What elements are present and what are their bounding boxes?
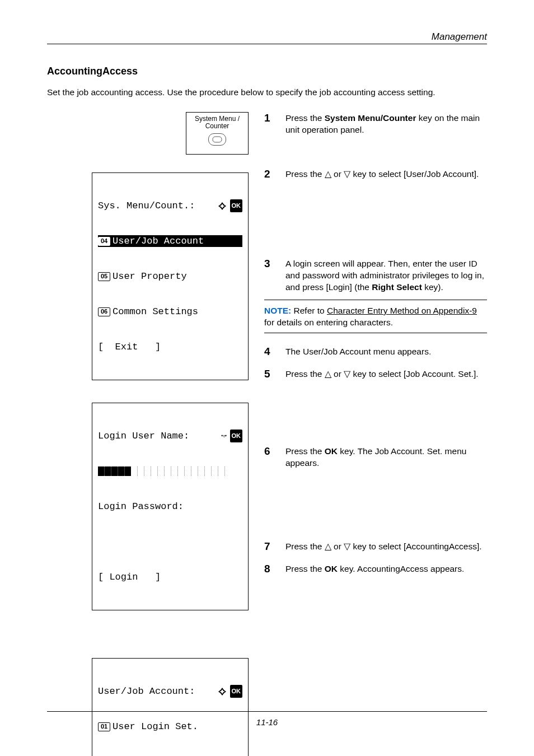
menu-num: 06 (98, 307, 110, 316)
step-6: 6 Press the OK key. The Job Account. Set… (264, 445, 487, 469)
step-5: 5 Press the △ or ▽ key to select [Job Ac… (264, 368, 487, 380)
step-text: Press the △ or ▽ key to select [Accounti… (285, 542, 482, 551)
menu-num: 05 (98, 272, 110, 281)
page-footer: 11-16 (0, 711, 534, 727)
note-box: NOTE: Refer to Character Entry Method on… (264, 300, 487, 333)
lcd-login: Login User Name: ∙◦∙ OK Login Password: … (92, 403, 249, 610)
section-intro: Set the job accounting access. Use the p… (47, 87, 487, 97)
section-title: AccountingAccess (47, 66, 487, 77)
step-bold: System Menu/Counter (325, 113, 416, 123)
lcd-title: User/Job Account: (98, 685, 195, 697)
lcd-title: Sys. Menu/Count.: (98, 200, 195, 212)
step-2: 2 Press the △ or ▽ key to select [User/J… (264, 168, 487, 180)
step-number: 2 (264, 168, 274, 180)
header-category: Management (47, 31, 487, 43)
step-4: 4 The User/Job Account menu appears. (264, 346, 487, 358)
step-number: 1 (264, 112, 274, 136)
step-text-pre: Press the (285, 446, 325, 456)
page-number: 11-16 (256, 717, 278, 727)
right-column: 1 Press the System Menu/Counter key on t… (264, 112, 487, 756)
menu-label: User/Job Account (113, 235, 204, 247)
note-link[interactable]: Character Entry Method on Appendix-9 (327, 306, 477, 315)
step-text: Press the △ or ▽ key to select [User/Job… (285, 169, 479, 179)
step-number: 6 (264, 445, 274, 469)
step-text: The User/Job Account menu appears. (285, 346, 431, 358)
step-number: 8 (264, 563, 274, 575)
login-input-cursor (98, 466, 131, 476)
step-number: 4 (264, 346, 274, 358)
nav-ok-icon: OK (218, 199, 243, 212)
menu-label: Common Settings (113, 306, 198, 318)
step-text: Press the △ or ▽ key to select [Job Acco… (285, 369, 479, 379)
login-input-rest (131, 466, 231, 476)
key-button-icon (208, 133, 226, 146)
lcd-user-job-account: User/Job Account: OK 01User Login Set. 0… (92, 658, 249, 756)
step-1: 1 Press the System Menu/Counter key on t… (264, 112, 487, 136)
lcd-title: Login User Name: (98, 430, 189, 442)
note-post: for details on entering characters. (264, 318, 393, 327)
step-bold: OK (325, 564, 338, 573)
step-7: 7 Press the △ or ▽ key to select [Accoun… (264, 540, 487, 553)
footer-rule (47, 711, 487, 712)
system-menu-counter-key: System Menu / Counter (186, 112, 249, 155)
step-3: 3 A login screen will appear. Then, ente… (264, 258, 487, 293)
step-bold: OK (325, 446, 338, 456)
menu-num: 04 (98, 237, 110, 246)
left-column: System Menu / Counter Sys. Menu/Count.: … (47, 112, 249, 756)
note-pre: Refer to (291, 306, 327, 315)
step-number: 3 (264, 258, 274, 293)
header-rule (47, 44, 487, 44)
step-number: 5 (264, 368, 274, 380)
key-label-line2: Counter (186, 123, 248, 130)
lcd-sys-menu: Sys. Menu/Count.: OK 04User/Job Account … (92, 172, 249, 380)
nav-ok-icon: OK (218, 685, 243, 698)
note-label: NOTE: (264, 306, 291, 315)
step-number: 7 (264, 540, 274, 553)
step-text-pre: Press the (285, 113, 325, 123)
nav-ok-icon: ∙◦∙ OK (221, 430, 242, 442)
step-8: 8 Press the OK key. AccountingAccess app… (264, 563, 487, 575)
step-text-post: key. AccountingAccess appears. (338, 564, 464, 573)
step-text-pre: Press the (285, 564, 325, 573)
password-label: Login Password: (98, 501, 184, 512)
step-bold: Right Select (372, 282, 422, 292)
softkey-login: [ Login ] (98, 571, 242, 583)
menu-label: User Property (113, 270, 187, 282)
softkey-exit: [ Exit ] (98, 341, 242, 353)
step-text-post: key). (422, 282, 443, 292)
